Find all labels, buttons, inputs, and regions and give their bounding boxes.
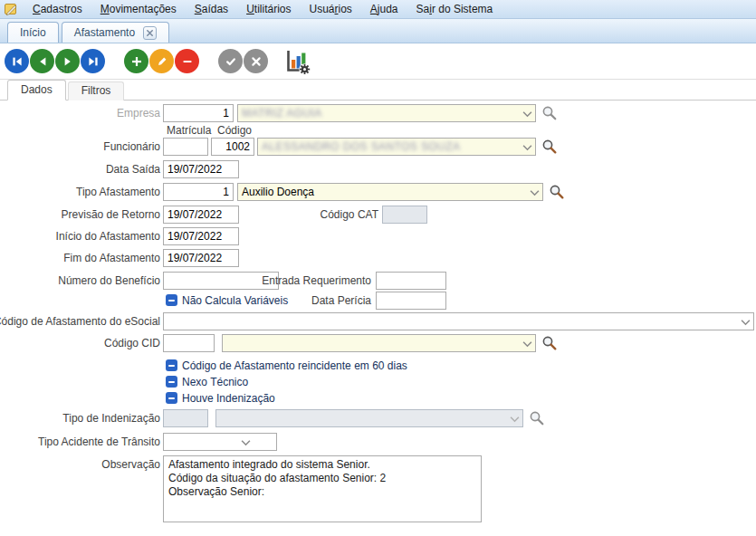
codigo-cat-field [382,206,427,224]
numero-beneficio-label: Número do Benefício [58,272,160,290]
checkbox-dash-icon [168,365,175,367]
tipo-afastamento-search-icon[interactable] [549,184,565,200]
chevron-down-icon[interactable] [741,319,751,326]
empresa-label: Empresa [117,104,160,122]
data-saida-field[interactable]: 19/07/2022 [163,160,239,178]
tab-bar: Início Afastamento [0,19,756,43]
nexo-tecnico-checkbox[interactable] [166,376,177,388]
tipo-indenizacao-label: Tipo de Indenização [62,409,160,427]
confirm-button[interactable] [218,49,243,73]
checkbox-dash-icon [168,397,175,399]
fim-afastamento-field[interactable]: 19/07/2022 [163,249,239,267]
menu-item-cadastros[interactable]: Cadastros [24,0,91,19]
form-subtabs: Dados Filtros [0,80,756,100]
previsao-retorno-field[interactable]: 19/07/2022 [163,206,239,224]
matricula-header: Matrícula [167,124,211,137]
menu-item-utilitarios[interactable]: Utilitários [237,0,300,19]
codigo-esocial-label: Código de Afastamento do eSocial [0,312,160,330]
chevron-down-icon [510,416,520,423]
edit-record-button[interactable] [149,49,174,73]
subtab-filtros[interactable]: Filtros [68,81,125,100]
observacao-label: Observação [101,455,160,474]
cancel-button[interactable] [244,49,268,73]
tab-inicio[interactable]: Início [7,22,59,43]
checkbox-dash-icon [168,300,175,302]
chevron-down-icon[interactable] [241,439,251,446]
funcionario-codigo-field[interactable]: 1002 [211,138,254,156]
menu-item-usuarios[interactable]: Usuários [300,0,360,19]
menu-item-saidas[interactable]: Saídas [186,0,237,19]
funcionario-combo[interactable]: ALESSANDRO DOS SANTOS SOUZA [257,138,536,156]
record-toolbar [0,43,756,80]
nao-calcula-variaveis-checkbox[interactable] [166,294,177,306]
previsao-retorno-label: Previsão de Retorno [62,206,160,224]
nao-calcula-variaveis-label: Não Calcula Variáveis [182,294,288,307]
app-icon [4,2,18,16]
entrada-requerimento-label: Entrada Requerimento [262,272,371,290]
tipo-acidente-label: Tipo Acidente de Trânsito [38,433,160,451]
data-pericia-label: Data Perícia [311,292,371,310]
first-record-button[interactable] [5,49,29,73]
fim-afastamento-label: Fim do Afastamento [63,249,160,267]
funcionario-matricula-field[interactable] [163,138,208,156]
empresa-code-field[interactable]: 1 [163,104,234,122]
codigo-esocial-combo[interactable] [163,312,754,330]
codigo-cid-combo[interactable] [222,334,536,352]
reincidente-label: Código de Afastamento reincidente em 60 … [182,359,407,372]
tipo-indenizacao-code-field [163,409,208,427]
empresa-combo[interactable]: MATRIZ AGUIA [237,104,536,122]
funcionario-label: Funcionário [103,138,160,156]
tipo-afastamento-combo[interactable]: Auxilio Doença [237,183,543,201]
subtab-dados[interactable]: Dados [7,80,66,100]
houve-indenizacao-checkbox[interactable] [166,392,177,404]
tipo-afastamento-text: Auxilio Doença [242,186,314,198]
nexo-tecnico-label: Nexo Técnico [182,376,248,388]
codigo-cid-label: Código CID [104,334,160,352]
codigo-header: Código [217,124,252,137]
chevron-down-icon[interactable] [522,144,532,151]
chevron-down-icon[interactable] [522,110,532,118]
tipo-afastamento-label: Tipo Afastamento [76,183,160,201]
close-tab-icon[interactable] [143,26,157,40]
reincidente-checkbox[interactable] [166,359,177,371]
menu-item-movimentacoes[interactable]: Movimentações [91,0,186,19]
tipo-indenizacao-search-icon [529,410,545,426]
last-record-button[interactable] [81,49,105,73]
inicio-afastamento-field[interactable]: 19/07/2022 [163,227,239,245]
entrada-requerimento-field[interactable] [376,272,446,290]
tipo-acidente-combo[interactable] [163,433,277,451]
data-pericia-field[interactable] [376,292,446,310]
toolbar-spacer [200,61,218,62]
menu-bar: Cadastros Movimentações Saídas Utilitári… [0,0,756,19]
codigo-cid-code-field[interactable] [163,334,215,352]
chart-settings-button[interactable] [283,48,312,75]
chevron-down-icon[interactable] [522,340,532,348]
tipo-afastamento-code-field[interactable]: 1 [163,183,234,201]
houve-indenizacao-label: Houve Indenização [182,392,275,405]
tipo-indenizacao-combo [215,409,523,427]
next-record-button[interactable] [55,49,80,73]
toolbar-spacer [106,61,124,62]
add-record-button[interactable] [124,49,148,73]
delete-record-button[interactable] [175,49,199,73]
observacao-textarea[interactable]: Afastamento integrado do sistema Senior.… [163,455,482,522]
application-window: Cadastros Movimentações Saídas Utilitári… [0,0,756,536]
previous-record-button[interactable] [30,49,54,73]
checkbox-dash-icon [168,381,175,383]
data-saida-label: Data Saída [106,160,160,178]
menu-item-sair-do-sistema[interactable]: Sair do Sistema [407,0,502,19]
empresa-text: MATRIZ AGUIA [242,107,322,120]
menu-item-ajuda[interactable]: Ajuda [361,0,407,19]
inicio-afastamento-label: Início do Afastamento [56,227,160,245]
funcionario-search-icon[interactable] [541,139,558,155]
codigo-cid-search-icon[interactable] [541,335,558,351]
funcionario-text: ALESSANDRO DOS SANTOS SOUZA [262,140,460,153]
codigo-cat-label: Código CAT [321,206,378,224]
empresa-search-icon[interactable] [541,105,558,121]
tab-afastamento[interactable]: Afastamento [62,22,169,43]
chevron-down-icon[interactable] [530,189,540,196]
bar-chart-gear-icon [284,49,311,74]
